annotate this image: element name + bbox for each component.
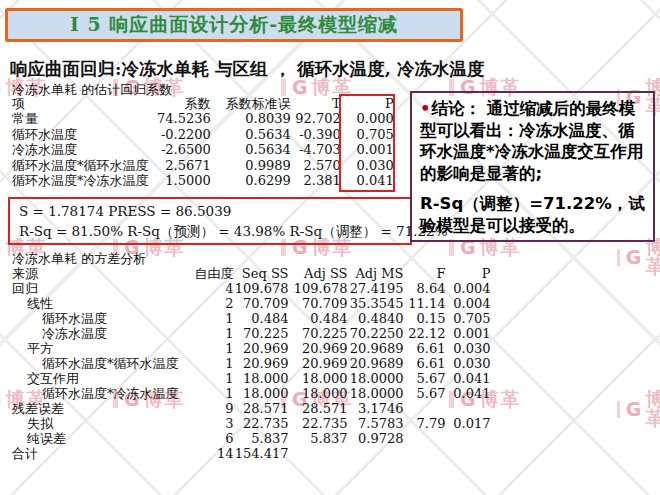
- column-header: 系数标准误: [211, 96, 291, 111]
- cell-value: 70.225: [289, 326, 348, 341]
- cell-value: 6: [179, 431, 234, 446]
- cell-value: 0.017: [446, 416, 491, 431]
- cell-value: 20.9689: [348, 341, 404, 356]
- cell-value: 1: [179, 356, 234, 371]
- cell-value: 0.484: [234, 311, 289, 326]
- cell-value: [404, 446, 446, 461]
- cell-value: 11.14: [404, 296, 446, 311]
- cell-value: 18.000: [289, 386, 348, 401]
- row-label: 纯误差: [12, 431, 179, 446]
- cell-value: 27.4195: [348, 281, 404, 296]
- header-row: 来源自由度Seq SSAdj SSAdj MSFP: [12, 266, 491, 281]
- cell-value: 22.12: [404, 326, 446, 341]
- column-header: Adj MS: [348, 266, 404, 281]
- cell-value: 2.381: [291, 173, 341, 188]
- row-label: 合计: [12, 446, 179, 461]
- cell-value: 92.702: [291, 111, 341, 126]
- cell-value: 0.9728: [348, 431, 404, 446]
- bullet-icon: •: [420, 99, 431, 118]
- conclusion-text-1: 结论： 通过缩减后的最终模型可以看出：冷冻水温度、循环水温度*冷冻水温度交互作用…: [420, 99, 643, 183]
- page-title: I 5 响应曲面设计分析-最终模型缩减: [70, 12, 398, 38]
- cell-value: 20.969: [289, 341, 348, 356]
- cell-value: 70.709: [289, 296, 348, 311]
- cell-value: 0.6299: [211, 173, 291, 188]
- cell-value: 7.79: [404, 416, 446, 431]
- cell-value: 0.030: [446, 356, 491, 371]
- row-label: 循环水温度: [12, 127, 157, 142]
- table-row: 循环水温度10.4840.4840.48400.150.705: [12, 311, 491, 326]
- cell-value: 28.571: [234, 401, 289, 416]
- row-label: 冷冻水温度: [12, 326, 179, 341]
- cell-value: 2.5671: [157, 158, 211, 173]
- cell-value: 22.735: [289, 416, 348, 431]
- cell-value: 8.64: [404, 281, 446, 296]
- table-row: 常量74.52360.803992.7020.000: [12, 111, 394, 126]
- column-header: Adj SS: [289, 266, 348, 281]
- model-summary-line2: R-Sq = 81.50% R-Sq（预测） = 43.98% R-Sq（调整）…: [19, 221, 410, 241]
- row-label: 循环水温度*循环水温度: [12, 158, 157, 173]
- column-header: F: [404, 266, 446, 281]
- column-header: 自由度: [179, 266, 234, 281]
- cell-value: -0.2200: [157, 127, 211, 142]
- cell-value: 154.417: [234, 446, 289, 461]
- cell-value: 6.61: [404, 356, 446, 371]
- column-header: 来源: [12, 266, 179, 281]
- cell-value: 18.000: [234, 371, 289, 386]
- cell-value: 1: [179, 371, 234, 386]
- cell-value: 70.225: [234, 326, 289, 341]
- watermark-text: 博革: [645, 390, 660, 428]
- cell-value: 3: [179, 416, 234, 431]
- conclusion-paragraph-1: •结论： 通过缩减后的最终模型可以看出：冷冻水温度、循环水温度*冷冻水温度交互作…: [420, 98, 647, 184]
- table-row: 冷冻水温度-2.65000.5634-4.7030.001: [12, 142, 394, 157]
- boge-logo-letter: G: [626, 248, 642, 267]
- cell-value: 20.9689: [348, 356, 404, 371]
- cell-value: 109.678: [234, 281, 289, 296]
- row-label: 循环水温度: [12, 311, 179, 326]
- cell-value: 20.969: [234, 356, 289, 371]
- cell-value: 0.5634: [211, 142, 291, 157]
- column-header: P: [446, 266, 491, 281]
- cell-value: 0.5634: [211, 127, 291, 142]
- row-label: 回归: [12, 281, 179, 296]
- cell-value: [404, 401, 446, 416]
- cell-value: 0.001: [446, 326, 491, 341]
- cell-value: 109.678: [289, 281, 348, 296]
- table-row: 循环水温度*冷冻水温度118.00018.00018.00005.670.041: [12, 386, 491, 401]
- table-row: 回归4109.678109.67827.41958.640.004: [12, 281, 491, 296]
- cell-value: 1: [179, 326, 234, 341]
- row-label: 残差误差: [12, 401, 179, 416]
- boge-logo-icon: [617, 249, 620, 266]
- cell-value: 1: [179, 386, 234, 401]
- table-row: 冷冻水温度170.22570.22570.225022.120.001: [12, 326, 491, 341]
- table-row: 循环水温度*循环水温度120.96920.96920.96896.610.030: [12, 356, 491, 371]
- cell-value: 5.67: [404, 386, 446, 401]
- cell-value: -4.703: [291, 142, 341, 157]
- cell-value: [289, 446, 348, 461]
- slide: G博革G博革G博革G博革G博革G博革G博革G博革G博革G博革G博革G博革G博革G…: [0, 0, 660, 495]
- cell-value: 1: [179, 311, 234, 326]
- cell-value: 0.9989: [211, 158, 291, 173]
- table-row: 循环水温度-0.22000.5634-0.3900.705: [12, 127, 394, 142]
- cell-value: 4: [179, 281, 234, 296]
- table-row: 循环水温度*循环水温度2.56710.99892.5700.030: [12, 158, 394, 173]
- cell-value: [348, 446, 404, 461]
- table-row: 线性270.70970.70935.354511.140.004: [12, 296, 491, 311]
- cell-value: 18.000: [289, 371, 348, 386]
- column-header: T: [291, 96, 341, 111]
- row-label: 交互作用: [12, 371, 179, 386]
- cell-value: 3.1746: [348, 401, 404, 416]
- cell-value: 0.484: [289, 311, 348, 326]
- cell-value: 70.709: [234, 296, 289, 311]
- cell-value: 9: [179, 401, 234, 416]
- cell-value: 0.004: [446, 281, 491, 296]
- cell-value: 20.969: [289, 356, 348, 371]
- p-column-highlight-box: [339, 94, 395, 192]
- boge-watermark: G博革: [617, 238, 660, 276]
- cell-value: 35.3545: [348, 296, 404, 311]
- cell-value: 0.4840: [348, 311, 404, 326]
- boge-logo-icon: [281, 79, 286, 96]
- cell-value: 5.67: [404, 371, 446, 386]
- cell-value: 0.041: [446, 371, 491, 386]
- row-label: 平方: [12, 341, 179, 356]
- cell-value: 0.705: [446, 311, 491, 326]
